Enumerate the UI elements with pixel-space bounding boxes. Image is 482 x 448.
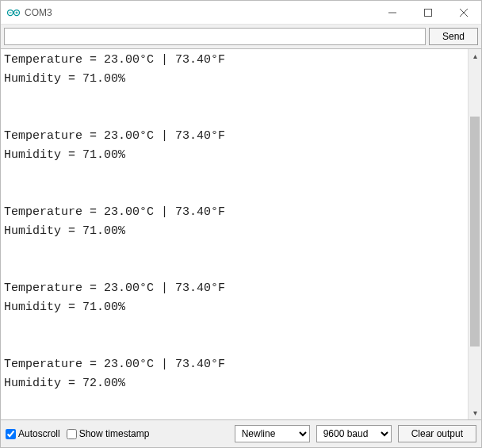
footer-bar: Autoscroll Show timestamp Newline 9600 b… bbox=[1, 420, 481, 447]
clear-output-button[interactable]: Clear output bbox=[398, 425, 476, 442]
vertical-scrollbar[interactable]: ▴ ▾ bbox=[468, 49, 481, 419]
baud-select[interactable]: 9600 baud bbox=[316, 425, 392, 442]
send-button[interactable]: Send bbox=[429, 28, 478, 45]
maximize-button[interactable] bbox=[410, 1, 446, 24]
timestamp-text: Show timestamp bbox=[79, 428, 150, 439]
close-button[interactable] bbox=[446, 1, 481, 24]
scroll-up-arrow[interactable]: ▴ bbox=[469, 49, 481, 63]
scroll-down-arrow[interactable]: ▾ bbox=[469, 406, 481, 419]
timestamp-checkbox[interactable] bbox=[67, 429, 77, 439]
autoscroll-checkbox[interactable] bbox=[6, 429, 16, 439]
serial-console: Temperature = 23.00°C | 73.40°F Humidity… bbox=[1, 49, 468, 419]
line-ending-select[interactable]: Newline bbox=[235, 425, 310, 442]
svg-rect-6 bbox=[424, 9, 431, 16]
scroll-thumb[interactable] bbox=[470, 117, 480, 347]
timestamp-checkbox-label[interactable]: Show timestamp bbox=[67, 428, 150, 439]
autoscroll-checkbox-label[interactable]: Autoscroll bbox=[6, 428, 60, 439]
window-title: COM3 bbox=[25, 7, 374, 18]
serial-input[interactable] bbox=[4, 28, 426, 45]
titlebar: COM3 bbox=[1, 1, 481, 25]
autoscroll-text: Autoscroll bbox=[18, 428, 60, 439]
minimize-button[interactable] bbox=[374, 1, 410, 24]
arduino-icon bbox=[7, 6, 20, 19]
send-row: Send bbox=[1, 25, 481, 48]
